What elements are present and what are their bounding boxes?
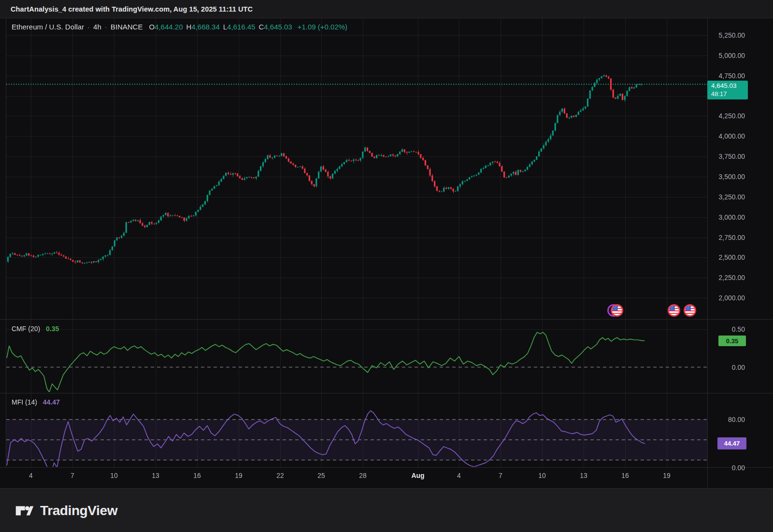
cmf-name: CMF (20) [12,325,40,333]
chart-canvas[interactable] [0,0,773,532]
price-axis-label: 2,750.00 [707,234,745,241]
legend-separator: · [105,23,107,31]
price-axis-label: 4,250.00 [707,112,745,120]
flag-canton [669,306,675,310]
time-axis-label: 10 [538,472,546,479]
ohlc-high: H4,668.34 [186,23,220,31]
exchange-label: BINANCE [111,23,143,31]
high-value: 4,668.34 [191,23,219,31]
ohlc-open: O4,644.20 [149,23,183,31]
price-axis-label: 2,000.00 [707,294,745,302]
time-axis-label: 10 [110,472,118,479]
price-axis-label: 3,500.00 [707,173,745,181]
cmf-axis-label: 0.00 [707,364,745,371]
header-bar: ChartAnalysis_4 created with TradingView… [0,0,773,18]
time-axis-label: Aug [411,472,424,479]
ohlc-low: L4,616.45 [223,23,256,31]
time-axis-label: 4 [29,472,33,479]
price-axis-label: 3,250.00 [707,193,745,201]
cmf-value-badge: 0.35 [718,336,746,346]
bar-countdown: 48:17 [711,91,748,97]
mfi-name: MFI (14) [12,398,37,406]
us-flag-event-icon[interactable] [611,304,623,317]
time-axis-label: 13 [152,472,159,479]
open-value: 4,644.20 [155,23,183,31]
symbol-name[interactable]: Ethereum / U.S. Dollar [12,23,84,31]
tradingview-logo[interactable]: TradingView [15,503,117,518]
legend-separator: · [87,23,90,31]
mfi-axis-label: 80.00 [707,416,745,423]
price-axis-label: 2,500.00 [707,253,745,261]
price-axis-label: 4,750.00 [707,72,745,80]
time-axis-label: 19 [663,472,671,479]
price-axis-label: 5,250.00 [707,31,745,39]
time-axis-label: 16 [621,472,629,479]
low-value: 4,616.45 [227,23,255,31]
time-axis-label: 16 [193,472,201,479]
price-axis-label: 3,750.00 [707,153,745,160]
time-axis-label: 19 [235,472,243,479]
cmf-value: 0.35 [46,325,59,333]
tradingview-wordmark: TradingView [40,503,117,518]
header-title: ChartAnalysis_4 created with TradingView… [0,5,253,13]
change-value: +1.09 (+0.02%) [298,23,347,31]
mfi-axis-label: 0.00 [707,464,745,472]
us-flag-event-icon[interactable] [684,304,696,317]
tradingview-chart-window: ChartAnalysis_4 created with TradingView… [0,0,773,532]
low-letter: L [223,23,227,31]
time-axis-label: 4 [457,472,461,479]
time-axis-label: 7 [499,472,502,479]
mfi-value-badge: 44.47 [717,437,746,449]
time-axis-label: 28 [359,472,367,479]
tradingview-logo-icon [15,503,34,518]
mfi-value: 44.47 [43,398,60,406]
close-value: 4,645.03 [264,23,292,31]
high-letter: H [186,23,192,31]
time-axis-label: 7 [71,472,74,479]
price-axis-label: 5,000.00 [707,52,745,59]
us-flag-event-icon[interactable] [668,304,680,317]
cmf-indicator-title[interactable]: CMF (20) 0.35 [12,325,59,333]
ohlc-close: C4,645.03 [258,23,292,31]
flag-canton [685,306,691,310]
price-axis-label: 2,250.00 [707,274,745,281]
symbol-legend: Ethereum / U.S. Dollar · 4h · BINANCE O4… [12,23,347,31]
time-axis-label: 13 [580,472,587,479]
footer-bar: TradingView [0,488,773,532]
mfi-indicator-title[interactable]: MFI (14) 44.47 [12,398,60,406]
time-axis-label: 22 [276,472,284,479]
open-letter: O [149,23,155,31]
price-axis-label: 3,000.00 [707,213,745,221]
cmf-axis-label: 0.50 [707,325,745,333]
last-price-badge: 4,645.03 48:17 [707,81,748,99]
last-price-value: 4,645.03 [711,83,748,89]
flag-canton [612,306,618,310]
price-axis-label: 4,000.00 [707,132,745,140]
interval-label[interactable]: 4h [93,23,101,31]
time-axis-label: 25 [317,472,325,479]
close-letter: C [258,23,264,31]
